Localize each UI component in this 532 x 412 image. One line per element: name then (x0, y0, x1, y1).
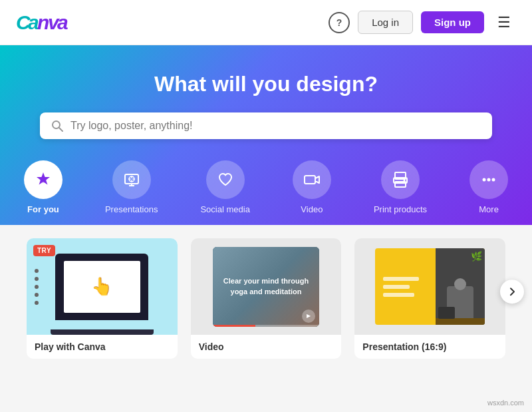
svg-line-6 (59, 128, 63, 131)
signup-button[interactable]: Sign up (421, 11, 484, 33)
social-media-label: Social media (200, 204, 249, 214)
play-with-canva-label: Play with Canva (27, 335, 178, 359)
canva-logo[interactable]: C a n v a (16, 11, 76, 35)
category-video[interactable]: Video (271, 160, 352, 225)
header: C a n v a ? Log in Sign up ☰ (0, 0, 532, 45)
laptop-icon: 👆 (55, 254, 148, 320)
presentations-label: Presentations (105, 204, 158, 214)
category-presentations[interactable]: Presentations (84, 160, 180, 225)
svg-rect-8 (125, 174, 138, 184)
svg-point-17 (483, 178, 486, 182)
svg-rect-12 (305, 176, 315, 184)
video-label: Video (301, 204, 323, 214)
next-arrow-button[interactable] (500, 280, 524, 304)
print-products-label: Print products (374, 204, 427, 214)
plant-decoration: 🌿 (471, 251, 482, 262)
more-label: More (479, 204, 499, 214)
search-bar[interactable] (40, 112, 492, 139)
presentations-icon (112, 160, 151, 199)
video-card[interactable]: Clear your mind through yoga and meditat… (191, 238, 342, 359)
print-products-icon (381, 160, 420, 199)
search-input[interactable] (70, 120, 481, 132)
hero-title: What will you design? (154, 72, 378, 97)
category-social-media[interactable]: Social media (179, 160, 271, 225)
play-with-canva-thumb: 👆 TRY (27, 238, 178, 335)
header-actions: ? Log in Sign up ☰ (329, 11, 516, 34)
category-nav: For you Presentations (3, 160, 529, 225)
sidebar-dots (35, 269, 39, 305)
presentation-card[interactable]: 🌿 Presentation (16:9) (354, 238, 505, 359)
svg-text:a: a (57, 11, 68, 33)
presentation-thumb: 🌿 (354, 238, 505, 335)
for-you-icon (24, 160, 63, 199)
category-print-products[interactable]: Print products (352, 160, 448, 225)
watermark: wsxdn.com (487, 399, 524, 407)
presentation-card-label: Presentation (16:9) (354, 335, 505, 359)
video-thumb: Clear your mind through yoga and meditat… (191, 238, 342, 335)
social-media-icon (206, 160, 245, 199)
try-badge: TRY (33, 245, 55, 256)
search-icon (51, 119, 64, 132)
svg-point-16 (403, 180, 405, 182)
video-card-text: Clear your mind through yoga and meditat… (213, 271, 319, 302)
video-card-label: Video (191, 335, 342, 359)
menu-button[interactable]: ☰ (492, 11, 516, 34)
help-button[interactable]: ? (329, 12, 350, 33)
video-play-icon: ▶ (302, 309, 315, 323)
for-you-label: For you (27, 204, 59, 214)
play-with-canva-card[interactable]: 👆 TRY Play with Canva (27, 238, 178, 359)
content-section: 👆 TRY Play with Canva Clear your mind th… (0, 225, 532, 372)
hero-section: What will you design? For you (0, 45, 532, 225)
login-button[interactable]: Log in (358, 11, 413, 34)
svg-point-19 (492, 178, 495, 182)
video-icon (293, 160, 331, 199)
more-icon (469, 160, 508, 199)
category-more[interactable]: More (448, 160, 529, 225)
category-for-you[interactable]: For you (3, 160, 84, 225)
svg-point-18 (487, 178, 491, 182)
